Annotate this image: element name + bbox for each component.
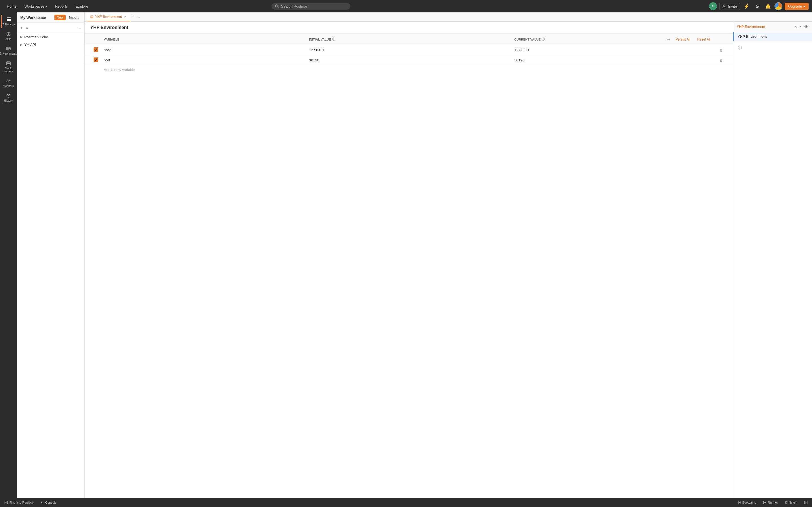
env-editor: YHP Environment VARIABLE INITIAL VALUE ⓘ… xyxy=(85,22,733,498)
col-header-current-value: CURRENT VALUE ⓘ ··· Persist All Reset Al… xyxy=(511,34,716,45)
env-selector-view-button[interactable]: 👁 xyxy=(804,24,809,30)
tab-yhp-environment[interactable]: ▤ YHP Environment × xyxy=(87,12,130,21)
bottom-bar: Find and Replace Console Bootcamp Runner xyxy=(0,498,812,507)
table-more-button[interactable]: ··· xyxy=(666,36,671,43)
port-checkbox[interactable] xyxy=(94,57,98,62)
row-variable-port[interactable]: port xyxy=(100,56,306,64)
trash-icon xyxy=(784,501,788,504)
persist-all-button[interactable]: Persist All xyxy=(673,36,693,43)
tab-more-button[interactable]: ··· xyxy=(136,13,141,20)
avatar[interactable] xyxy=(774,2,782,10)
col-header-checkbox xyxy=(90,34,100,45)
sync-icon[interactable]: ↻ xyxy=(709,2,717,10)
bottom-left: Find and Replace Console xyxy=(3,500,58,505)
chevron-down-icon: ▾ xyxy=(46,5,47,8)
layout-button[interactable] xyxy=(803,500,809,505)
lightning-icon[interactable]: ⚡ xyxy=(742,2,751,10)
tab-close-button[interactable]: × xyxy=(123,15,127,18)
sidebar-item-history[interactable]: History xyxy=(1,91,16,105)
invite-button[interactable]: Invite xyxy=(719,3,740,10)
import-button[interactable]: Import xyxy=(67,15,81,20)
table-row: host 127.0.0.1 127.0.0.1 🗑 xyxy=(85,45,733,55)
host-checkbox[interactable] xyxy=(94,47,98,52)
trash-button[interactable]: Trash xyxy=(783,500,799,505)
content-area: ▤ YHP Environment × + ··· YHP Environmen… xyxy=(85,12,812,498)
svg-rect-3 xyxy=(7,17,11,18)
row-checkbox-host[interactable] xyxy=(90,45,100,55)
row-initial-value-port[interactable]: 30190 xyxy=(306,56,511,64)
add-row-checkbox xyxy=(90,68,100,72)
search-bar[interactable]: Search Postman xyxy=(271,3,350,10)
collection-label: Postman Echo xyxy=(24,35,48,39)
row-delete-button[interactable]: 🗑 xyxy=(718,58,724,63)
nav-workspaces[interactable]: Workspaces ▾ xyxy=(21,3,50,10)
top-nav: Home Workspaces ▾ Reports Explore Search… xyxy=(0,0,812,12)
current-value-info-icon[interactable]: ⓘ xyxy=(542,37,545,41)
console-icon xyxy=(40,501,44,504)
chevron-right-icon: ▶ xyxy=(20,43,22,46)
chevron-right-icon: ▶ xyxy=(20,36,22,39)
row-actions-host: 🗑 xyxy=(716,45,727,55)
add-current-value[interactable] xyxy=(511,68,716,72)
env-dropdown-item[interactable]: YHP Environment xyxy=(733,32,812,41)
env-selector-collapse-button[interactable]: ∧ xyxy=(799,24,802,30)
sidebar-item-environments[interactable]: Environments xyxy=(1,44,16,57)
bootcamp-icon xyxy=(738,501,741,504)
nav-reports[interactable]: Reports xyxy=(52,3,71,10)
notifications-icon[interactable]: 🔔 xyxy=(764,2,772,10)
monitors-icon xyxy=(6,78,11,83)
svg-rect-7 xyxy=(6,47,10,50)
user-icon xyxy=(722,4,726,8)
tab-add-button[interactable]: + xyxy=(130,13,136,21)
sidebar-item-monitors[interactable]: Monitors xyxy=(1,76,16,90)
filter-button[interactable]: ≡ xyxy=(25,24,29,31)
search-placeholder: Search Postman xyxy=(281,4,308,8)
table-header: VARIABLE INITIAL VALUE ⓘ CURRENT VALUE ⓘ… xyxy=(85,34,733,45)
row-current-value-host[interactable]: 127.0.0.1 xyxy=(511,46,716,54)
table-row: port 30190 30190 🗑 xyxy=(85,55,733,65)
row-current-value-port[interactable]: 30190 xyxy=(511,56,716,64)
add-variable-row[interactable]: Add a new variable xyxy=(85,65,733,74)
right-sidebar: YHP Environment × ∧ 👁 YHP Environment ⓘ xyxy=(733,22,812,498)
sidebar-item-collections[interactable]: Collections xyxy=(1,15,16,28)
new-button[interactable]: New xyxy=(54,15,66,20)
svg-point-2 xyxy=(723,5,725,6)
col-header-actions xyxy=(716,34,727,45)
nav-home[interactable]: Home xyxy=(3,3,20,10)
env-selector-close-button[interactable]: × xyxy=(794,24,797,30)
sidebar-icons: Collections APIs Environments Mock Serve… xyxy=(0,12,17,498)
sidebar-item-mock-servers[interactable]: Mock Servers xyxy=(1,59,16,75)
env-editor-header: YHP Environment xyxy=(85,22,733,34)
upgrade-button[interactable]: Upgrade ▾ xyxy=(784,3,809,10)
env-selector-label: YHP Environment xyxy=(737,25,765,29)
collections-icon xyxy=(6,17,11,22)
tab-label: YHP Environment xyxy=(95,15,122,18)
initial-value-info-icon[interactable]: ⓘ xyxy=(332,37,335,41)
collection-item-postman-echo[interactable]: ▶ Postman Echo xyxy=(17,33,84,41)
nav-explore[interactable]: Explore xyxy=(72,3,92,10)
row-delete-button[interactable]: 🗑 xyxy=(718,48,724,53)
svg-rect-5 xyxy=(7,20,11,21)
row-checkbox-port[interactable] xyxy=(90,55,100,65)
row-initial-value-host[interactable]: 127.0.0.1 xyxy=(306,46,511,54)
add-initial-value[interactable] xyxy=(306,68,511,72)
sidebar-item-apis[interactable]: APIs xyxy=(1,29,16,43)
bootcamp-button[interactable]: Bootcamp xyxy=(737,500,758,505)
settings-icon[interactable]: ⚙ xyxy=(753,2,762,10)
find-replace-button[interactable]: Find and Replace xyxy=(3,500,35,505)
add-collection-button[interactable]: + xyxy=(19,24,24,31)
runner-button[interactable]: Runner xyxy=(762,500,779,505)
env-selector-actions: × ∧ 👁 xyxy=(794,24,809,30)
reset-all-button[interactable]: Reset All xyxy=(695,36,713,43)
main-area: Collections APIs Environments Mock Serve… xyxy=(0,12,812,498)
panel-header-actions: New Import xyxy=(54,15,81,20)
collections-toolbar: + ≡ ··· xyxy=(17,23,84,33)
mock-servers-icon xyxy=(6,61,11,66)
right-sidebar-info-button[interactable]: ⓘ xyxy=(737,44,743,52)
console-button[interactable]: Console xyxy=(39,500,57,505)
environments-label: Environments xyxy=(0,52,17,55)
add-variable-placeholder[interactable]: Add a new variable xyxy=(100,65,306,74)
row-variable-host[interactable]: host xyxy=(100,46,306,54)
collections-more-button[interactable]: ··· xyxy=(77,24,82,31)
collection-item-yh-api[interactable]: ▶ YH API xyxy=(17,41,84,48)
